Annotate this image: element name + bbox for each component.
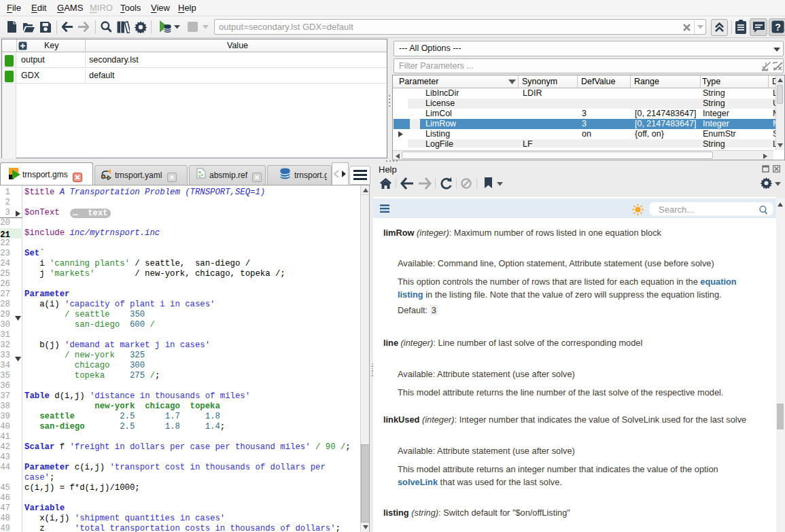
- svg-text:?: ?: [775, 22, 781, 33]
